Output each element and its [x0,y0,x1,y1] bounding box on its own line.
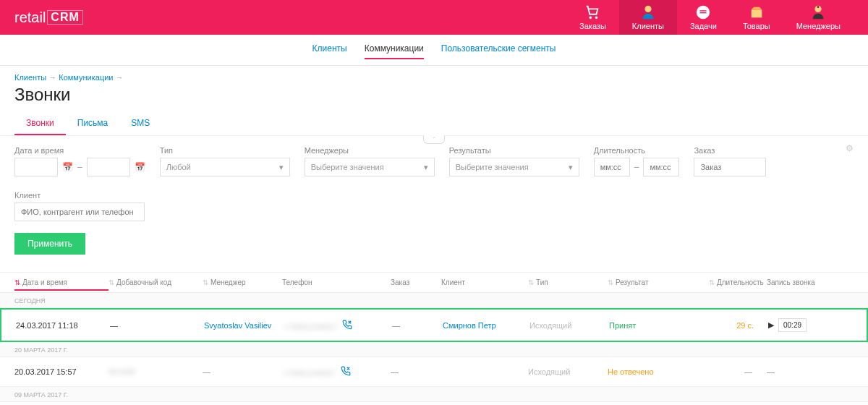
tab-calls[interactable]: Звонки [14,112,66,135]
subnav-communications[interactable]: Коммуникации [365,43,424,59]
svg-point-1 [596,17,597,18]
logo[interactable]: retailCRM [14,9,83,26]
nav-label: Товары [743,22,770,30]
duration-from-input[interactable] [594,158,630,176]
chat-icon [695,4,711,20]
cell-result: Принят [609,321,710,330]
svg-rect-5 [700,12,707,13]
cell-order: — [392,321,443,330]
cell-order: — [391,367,441,376]
col-label: Результат [616,278,648,286]
cell-code: — [110,321,118,330]
filter-label: Длительность [594,146,680,155]
user-icon [640,4,656,20]
calendar-icon[interactable]: 📅 [62,162,73,172]
recording-duration: 00:29 [778,318,807,332]
cell-datetime: 20.03.2017 15:57 [14,367,109,376]
col-result[interactable]: ⇅Результат [608,278,709,286]
cell-recording: — [767,367,775,376]
sort-icon: ⇅ [608,278,613,286]
col-recording: Запись звонка [752,278,825,286]
table-row[interactable]: 20.03.2017 15:57891888—+79991234567 —Исх… [0,357,868,387]
phone-icon[interactable] [342,323,352,331]
svg-point-7 [817,6,820,8]
cell-result: Не отвечено [608,367,709,376]
col-datetime[interactable]: ⇅Дата и время [14,278,109,291]
col-phone: Телефон [282,278,391,286]
col-label: Запись звонка [767,278,815,286]
duration-to-input[interactable] [643,158,679,176]
filter-label: Клиент [14,191,854,200]
cell-duration: 29 с. [736,321,754,330]
filter-label: Заказ [694,146,766,155]
filter-panel: ⚙ Дата и время 📅 – 📅 Тип Любой▾ Менеджер… [0,136,868,229]
col-label: Клиент [441,278,465,286]
cell-manager: — [203,367,210,376]
filter-datetime: Дата и время 📅 – 📅 [14,146,145,176]
recording-player[interactable]: ▶00:29 [768,318,826,332]
phone-icon[interactable] [341,369,351,378]
filter-client: Клиент [14,191,854,221]
nav-label: Заказы [579,22,606,30]
managers-select[interactable]: Выберите значения▾ [305,158,435,176]
nav-products[interactable]: Товары [730,0,783,35]
subnav-segments[interactable]: Пользовательские сегменты [441,43,556,59]
date-to-input[interactable] [87,158,130,176]
range-dash: – [77,162,82,172]
order-input[interactable] [694,158,766,176]
subnav-clients[interactable]: Клиенты [312,43,347,59]
chevron-down-icon: ▾ [279,163,284,172]
client-input[interactable] [14,202,145,221]
col-duration[interactable]: ⇅Длительность [709,278,752,286]
main-header: retailCRM Заказы Клиенты Задачи Товары М… [0,0,868,35]
date-from-input[interactable] [14,158,58,176]
select-placeholder: Любой [166,163,191,171]
breadcrumb-link[interactable]: Коммуникации [59,73,113,82]
page-title: Звонки [0,85,868,112]
cell-datetime: 24.03.2017 11:18 [16,321,110,330]
col-label: Менеджер [210,278,246,286]
tab-sms[interactable]: SMS [119,112,161,135]
nav-label: Клиенты [632,22,664,30]
chevron-down-icon: ▾ [424,163,428,172]
results-select[interactable]: Выберите значения▾ [449,158,579,176]
play-icon[interactable]: ▶ [768,320,774,330]
cell-duration: — [744,367,752,376]
sort-icon: ⇅ [109,278,114,286]
logo-text: retail [14,9,46,26]
nav-clients[interactable]: Клиенты [619,0,677,35]
apply-button[interactable]: Применить [14,233,85,255]
col-label: Заказ [391,278,409,286]
cell-code: 891888 [109,367,135,376]
svg-rect-4 [700,10,707,11]
sort-icon: ⇅ [14,278,20,286]
col-label: Добавочный код [116,278,171,286]
col-type[interactable]: ⇅Тип [528,278,608,286]
chevron-down-icon: ▾ [569,163,573,172]
box-icon [749,4,765,20]
svg-point-0 [590,17,592,18]
nav-orders[interactable]: Заказы [566,0,619,35]
calendar-icon[interactable]: 📅 [135,162,145,172]
table-row[interactable]: 09.03.2017 13:41891888—+79991234567 —Сми… [0,402,868,405]
nav-label: Задачи [690,22,717,30]
client-link[interactable]: Смирнов Петр [443,321,496,330]
gear-icon[interactable]: ⚙ [846,143,854,153]
breadcrumb-link[interactable]: Клиенты [14,73,46,82]
calls-table: ⇅Дата и время ⇅Добавочный код ⇅Менеджер … [0,272,868,405]
col-manager[interactable]: ⇅Менеджер [203,278,282,286]
type-select[interactable]: Любой▾ [160,158,290,176]
tab-emails[interactable]: Письма [66,112,120,135]
main-nav: Заказы Клиенты Задачи Товары Менеджеры [566,0,854,35]
nav-tasks[interactable]: Задачи [677,0,730,35]
table-row[interactable]: 24.03.2017 11:18—Svyatoslav Vasiliev+799… [0,308,868,342]
sort-icon: ⇅ [528,278,534,286]
cart-icon [584,4,600,20]
manager-link[interactable]: Svyatoslav Vasiliev [204,321,271,330]
col-client: Клиент [441,278,528,286]
cell-phone: +79991234567 [284,320,392,331]
filter-managers: Менеджеры Выберите значения▾ [305,146,435,176]
col-code[interactable]: ⇅Добавочный код [109,278,203,286]
nav-managers[interactable]: Менеджеры [783,0,854,35]
group-header: СЕГОДНЯ [0,293,868,308]
